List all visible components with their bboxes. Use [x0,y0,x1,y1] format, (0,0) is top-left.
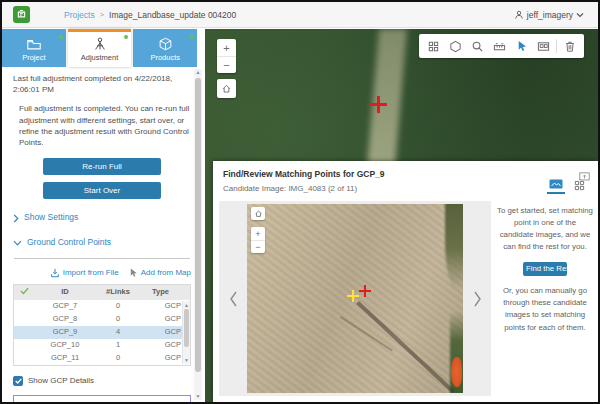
tab-label: Adjustment [81,53,119,62]
tiles-icon[interactable] [422,34,444,58]
cell-id: GCP_7 [34,301,96,312]
show-gcp-details-checkbox[interactable]: Show GCP Details [13,375,191,386]
candidate-image-label: Candidate Image: IMG_4083 (2 of 11) [223,184,357,193]
add-from-map-link[interactable]: Add from Map [141,267,191,278]
toolbar-divider [556,39,557,53]
view-mode-toggles [547,178,588,194]
scroll-up-icon[interactable]: ▲ [183,302,190,308]
cursor-icon [129,268,138,278]
import-from-file-link[interactable]: Import from File [63,267,119,278]
zoom-out-button[interactable]: − [217,56,236,73]
table-row-gcp7[interactable]: GCP_7 0 GCP ▾ [14,300,190,313]
cube-icon [158,37,173,51]
person-icon [514,10,524,20]
chevron-left-icon [228,290,239,308]
chevron-down-icon [13,240,22,246]
column-header-links[interactable]: #Links [96,287,140,298]
tripod-icon [92,37,108,51]
column-header-id[interactable]: ID [34,287,96,298]
adjustment-description: Full adjustment is completed. You can re… [19,103,191,148]
tab-project[interactable]: Project [2,29,66,67]
cell-id: GCP_9 [34,327,96,338]
find-the-rest-button[interactable]: Find the Rest [523,262,567,276]
chevron-right-icon [472,290,483,308]
instruction-secondary-text: Or, you can manually go through these ca… [497,285,593,333]
cell-links: 0 [96,353,140,364]
chevron-right-icon [13,214,19,223]
photo-pole-shadow [356,301,455,393]
chevron-down-icon [576,12,584,18]
grid-view-icon[interactable] [570,178,588,194]
home-extent-button[interactable] [217,79,236,98]
photo-vegetation [445,204,463,290]
delete-icon[interactable] [559,34,581,58]
sidebar-tabs: Project Adjustment Products [2,29,205,67]
tab-label: Project [22,53,45,62]
table-scrollbar[interactable]: ▲ ▼ [182,301,190,364]
scroll-down-icon[interactable]: ▼ [194,393,202,400]
main-area: Project Adjustment Products Last full ad… [2,29,598,402]
gcp-table: ID #Links Type GCP_7 0 GCP ▾ GCP_ [13,284,191,366]
find-review-panel: Find/Review Matching Points for GCP_9 Ca… [213,161,598,402]
show-gcp-details-label: Show GCP Details [28,375,94,386]
candidate-photo[interactable]: + − [247,204,463,393]
status-dot-icon [59,35,63,39]
page-title: Image_Landbase_update 004200 [109,10,236,20]
cell-type: GCP [140,314,181,325]
next-image-button[interactable] [463,201,491,396]
scrollbar-thumb[interactable] [195,78,201,372]
scroll-up-icon[interactable]: ▲ [194,69,202,76]
search-icon[interactable] [466,34,488,58]
matching-point-yellow-cross[interactable] [347,290,359,302]
panel-title: Find/Review Matching Points for GCP_9 [223,169,385,179]
cell-id: GCP_11 [34,353,96,364]
tab-products[interactable]: Products [133,29,197,67]
home-icon [254,209,263,218]
user-name: jeff_imagery [527,10,573,20]
sidebar-scrollbar[interactable]: ▲ ▼ [194,69,202,400]
estimated-point-red-cross[interactable] [359,285,371,297]
measure-icon[interactable] [488,34,510,58]
table-row-gcp10[interactable]: GCP_10 1 GCP ▾ [14,339,190,352]
status-dot-icon [190,35,194,39]
photo-secondary-shadow [340,316,393,351]
cell-links: 4 [96,327,140,338]
show-settings-toggle[interactable]: Show Settings [13,212,191,224]
photo-home-button[interactable] [251,207,265,220]
previous-image-button[interactable] [219,201,247,396]
column-header-type[interactable]: Type [140,287,181,298]
breadcrumb-projects-link[interactable]: Projects [64,10,95,20]
photo-zoom-out-button[interactable]: − [251,240,265,253]
breadcrumb: Projects > Image_Landbase_update 004200 [64,10,236,20]
photo-zoom-in-button[interactable]: + [251,227,265,240]
start-over-button[interactable]: Start Over [43,182,161,199]
scroll-down-icon[interactable]: ▼ [183,357,190,363]
select-icon[interactable] [510,34,532,58]
zoom-in-button[interactable]: + [217,39,236,56]
single-image-view-icon[interactable] [547,178,565,194]
home-icon [221,83,232,94]
basemap-icon[interactable] [444,34,466,58]
photo-zoom-controls: + − [251,227,265,253]
images-icon[interactable] [532,34,554,58]
sidebar: Project Adjustment Products Last full ad… [2,29,205,402]
scrollbar-thumb[interactable] [184,309,189,347]
user-menu[interactable]: jeff_imagery [514,10,584,20]
map-view[interactable]: + − [205,29,598,402]
import-icon [50,268,60,278]
gcp-marker-red-cross[interactable] [370,96,387,113]
table-row-gcp11[interactable]: GCP_11 0 GCP ▾ [14,352,190,365]
rerun-full-button[interactable]: Re-run Full [43,158,161,175]
check-icon [14,287,34,299]
ortho-maker-logo-icon[interactable] [13,6,30,23]
table-row-gcp9-selected[interactable]: GCP_9 4 GCP ▾ [14,326,190,339]
checkbox-checked-icon[interactable] [13,376,23,386]
candidate-image-viewer: + − [219,201,491,396]
map-zoom-controls: + − [217,39,236,98]
tab-adjustment[interactable]: Adjustment [68,29,132,67]
breadcrumb-separator: > [100,10,104,19]
table-row-gcp8[interactable]: GCP_8 0 GCP ▾ [14,313,190,326]
cell-links: 0 [96,301,140,312]
gcp-section-toggle[interactable]: Ground Control Points [13,237,191,249]
instructions-column: To get started, set matching point in on… [497,205,593,334]
